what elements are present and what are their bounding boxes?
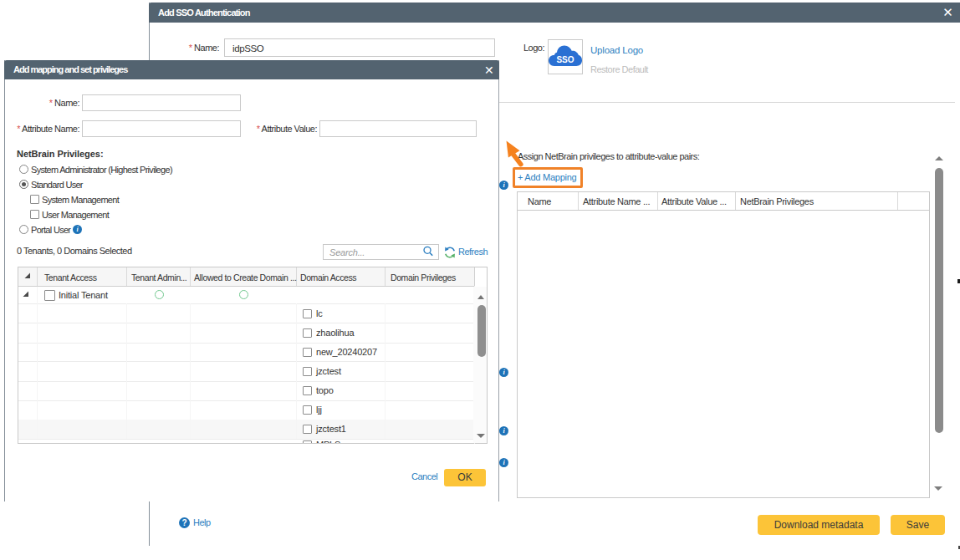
svg-text:SSO: SSO — [556, 55, 574, 64]
